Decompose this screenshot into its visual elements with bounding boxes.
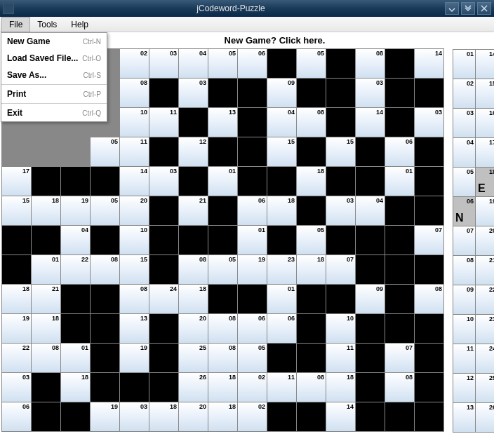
puzzle-cell[interactable]: 15 [326, 137, 355, 166]
puzzle-cell[interactable]: 11 [267, 373, 296, 402]
puzzle-cell[interactable]: 14 [415, 49, 443, 78]
puzzle-cell[interactable]: 05 [208, 49, 237, 78]
legend-cell[interactable]: 09 [453, 285, 475, 314]
puzzle-cell[interactable]: 19 [238, 255, 267, 284]
puzzle-cell[interactable]: 14 [120, 167, 149, 196]
puzzle-cell[interactable]: 13 [120, 314, 149, 343]
puzzle-cell[interactable]: 08 [297, 108, 326, 137]
puzzle-cell[interactable]: 21 [32, 285, 60, 313]
puzzle-cell[interactable]: 08 [356, 49, 385, 78]
puzzle-cell[interactable]: 18 [32, 314, 60, 343]
puzzle-cell[interactable]: 01 [208, 167, 237, 196]
puzzle-cell[interactable]: 02 [120, 49, 149, 78]
legend-cell[interactable]: 02 [453, 79, 475, 108]
puzzle-cell[interactable]: 22 [61, 255, 90, 284]
menu-file[interactable]: File [1, 17, 30, 32]
puzzle-cell[interactable]: 25 [179, 344, 208, 372]
puzzle-cell[interactable]: 17 [2, 167, 31, 196]
legend-cell[interactable]: 18E [476, 168, 494, 196]
puzzle-cell[interactable]: 18 [326, 373, 355, 402]
puzzle-cell[interactable]: 20 [120, 196, 149, 225]
puzzle-cell[interactable]: 18 [208, 402, 237, 431]
puzzle-cell[interactable]: 13 [208, 108, 237, 137]
puzzle-cell[interactable]: 02 [238, 373, 267, 402]
puzzle-cell[interactable]: 18 [2, 285, 31, 313]
puzzle-cell[interactable]: 01 [385, 167, 414, 196]
puzzle-cell[interactable]: 05 [91, 196, 119, 225]
puzzle-cell[interactable]: 08 [120, 285, 149, 313]
puzzle-cell[interactable]: 26 [179, 373, 208, 402]
puzzle-cell[interactable]: 06 [267, 314, 296, 343]
puzzle-cell[interactable]: 18 [32, 196, 60, 225]
puzzle-cell[interactable]: 10 [120, 226, 149, 254]
legend-cell[interactable]: 19 [476, 197, 494, 226]
legend-cell[interactable]: 21 [476, 256, 494, 285]
puzzle-cell[interactable]: 04 [61, 226, 90, 254]
puzzle-cell[interactable]: 05 [238, 344, 267, 372]
puzzle-cell[interactable]: 08 [385, 373, 414, 402]
legend-cell[interactable]: 10 [453, 315, 475, 344]
menu-new-game[interactable]: New Game Ctrl-N [1, 33, 107, 50]
puzzle-cell[interactable]: 11 [326, 344, 355, 372]
puzzle-cell[interactable]: 21 [179, 196, 208, 225]
puzzle-cell[interactable]: 08 [179, 255, 208, 284]
puzzle-cell[interactable]: 18 [297, 255, 326, 284]
puzzle-cell[interactable]: 01 [61, 344, 90, 372]
legend-cell[interactable]: 22 [476, 285, 494, 314]
puzzle-cell[interactable]: 05 [208, 255, 237, 284]
puzzle-cell[interactable]: 08 [91, 255, 119, 284]
puzzle-cell[interactable]: 12 [179, 137, 208, 166]
puzzle-cell[interactable]: 14 [326, 402, 355, 431]
legend-cell[interactable]: 06N [453, 197, 475, 226]
menu-print[interactable]: Print Ctrl-P [1, 86, 107, 102]
puzzle-cell[interactable]: 20 [179, 314, 208, 343]
legend-cell[interactable]: 15 [476, 79, 494, 108]
puzzle-cell[interactable]: 02 [238, 402, 267, 431]
puzzle-cell[interactable]: 19 [61, 196, 90, 225]
menu-load[interactable]: Load Saved File... Ctrl-O [1, 50, 107, 67]
puzzle-cell[interactable]: 10 [120, 108, 149, 137]
legend-cell[interactable]: 12 [453, 374, 475, 402]
puzzle-cell[interactable]: 04 [267, 108, 296, 137]
puzzle-cell[interactable]: 03 [149, 167, 178, 196]
puzzle-cell[interactable]: 07 [326, 255, 355, 284]
puzzle-cell[interactable]: 07 [385, 344, 414, 372]
legend-cell[interactable]: 11 [453, 344, 475, 373]
puzzle-cell[interactable]: 03 [2, 373, 31, 402]
puzzle-cell[interactable]: 04 [179, 49, 208, 78]
minimize-button[interactable] [445, 2, 459, 15]
legend-cell[interactable]: 26 [476, 403, 494, 432]
puzzle-cell[interactable]: 14 [356, 108, 385, 137]
legend-cell[interactable]: 07 [453, 226, 475, 255]
puzzle-cell[interactable]: 23 [267, 255, 296, 284]
puzzle-cell[interactable]: 08 [120, 79, 149, 107]
puzzle-cell[interactable]: 18 [179, 285, 208, 313]
puzzle-cell[interactable]: 06 [2, 402, 31, 431]
puzzle-cell[interactable]: 15 [2, 196, 31, 225]
puzzle-cell[interactable]: 03 [415, 108, 443, 137]
menu-save[interactable]: Save As... Ctrl-S [1, 67, 107, 83]
puzzle-cell[interactable]: 05 [297, 49, 326, 78]
legend-cell[interactable]: 13 [453, 403, 475, 432]
legend-cell[interactable]: 20 [476, 226, 494, 255]
maximize-button[interactable] [461, 2, 475, 15]
puzzle-cell[interactable]: 11 [120, 137, 149, 166]
puzzle-cell[interactable]: 05 [297, 226, 326, 254]
puzzle-cell[interactable]: 01 [32, 255, 60, 284]
puzzle-cell[interactable]: 01 [267, 285, 296, 313]
puzzle-cell[interactable]: 08 [208, 314, 237, 343]
puzzle-cell[interactable]: 15 [267, 137, 296, 166]
legend-cell[interactable]: 03 [453, 109, 475, 137]
puzzle-cell[interactable]: 04 [356, 196, 385, 225]
puzzle-cell[interactable]: 01 [238, 226, 267, 254]
menu-exit[interactable]: Exit Ctrl-Q [1, 104, 107, 121]
legend-cell[interactable]: 17 [476, 138, 494, 167]
puzzle-cell[interactable]: 22 [2, 344, 31, 372]
puzzle-cell[interactable]: 15 [120, 255, 149, 284]
legend-cell[interactable]: 08 [453, 256, 475, 285]
new-game-banner[interactable]: New Game? Click here. [105, 32, 444, 48]
puzzle-cell[interactable]: 09 [267, 79, 296, 107]
legend-cell[interactable]: 24 [476, 344, 494, 373]
legend-cell[interactable]: 01 [453, 50, 475, 79]
puzzle-cell[interactable]: 06 [238, 49, 267, 78]
